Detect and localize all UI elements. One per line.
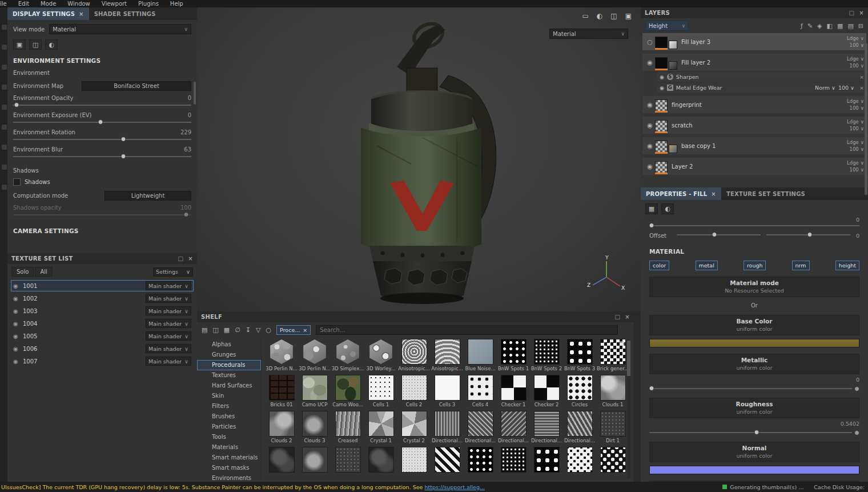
close-icon[interactable]: ×: [859, 85, 864, 91]
tab-properties-fill[interactable]: PROPERTIES - FILL ×: [641, 187, 721, 200]
tab-texture-set-settings[interactable]: TEXTURE SET SETTINGS: [721, 187, 810, 200]
fill-layer-icon[interactable]: ◧: [827, 22, 833, 30]
shelf-item[interactable]: 3D Worley...: [364, 339, 397, 375]
shelf-item[interactable]: [298, 447, 331, 480]
tool-icon[interactable]: [2, 125, 7, 130]
tool-icon[interactable]: [2, 185, 7, 190]
grid-view-icon[interactable]: ▦: [645, 203, 658, 214]
opacity-dropdown[interactable]: 100∨: [850, 126, 864, 131]
layers-scrollbar[interactable]: [865, 43, 867, 195]
close-icon[interactable]: ×: [79, 11, 84, 17]
shelf-item[interactable]: [331, 447, 364, 480]
opacity-dropdown[interactable]: 100∨: [838, 85, 854, 91]
texture-set-row[interactable]: ◉1006Main shader∨: [11, 343, 194, 354]
shelf-item[interactable]: BnW Spots 3: [563, 339, 596, 375]
viewport-3d[interactable]: ▭◐◫▣ Material ∨: [197, 7, 641, 311]
smart-material-icon[interactable]: ◈: [817, 22, 822, 30]
shelf-category-filters[interactable]: Filters: [197, 401, 261, 411]
blend-mode-dropdown[interactable]: Ldge∨: [847, 56, 864, 62]
normal-well[interactable]: Normal uniform color: [649, 442, 859, 462]
view-mode-dropdown[interactable]: Material ∨: [49, 24, 191, 34]
add-folder-icon[interactable]: ▤: [847, 22, 853, 30]
shelf-item[interactable]: Anisotropic...: [431, 339, 464, 375]
shelf-item[interactable]: [364, 447, 397, 480]
shelf-item[interactable]: Directional...: [464, 411, 497, 447]
shelf-item[interactable]: Directional...: [431, 411, 464, 447]
shelf-item[interactable]: Checker 2: [530, 375, 563, 411]
blend-mode-dropdown[interactable]: Ldge∨: [847, 119, 864, 125]
visibility-icon[interactable]: ◉: [13, 321, 23, 327]
slider-handle[interactable]: [121, 154, 126, 159]
display-mode-icon[interactable]: ◫: [29, 39, 42, 50]
shelf-item[interactable]: Clouds 1: [596, 375, 629, 411]
layer-row[interactable]: ◉scratchLdge∨100∨: [642, 117, 866, 134]
visibility-icon[interactable]: ◉: [13, 346, 23, 352]
shelf-item[interactable]: [530, 447, 563, 480]
float-panel-icon[interactable]: □: [849, 10, 855, 16]
close-icon[interactable]: ×: [188, 255, 193, 262]
shelf-item[interactable]: Blue Noise...: [464, 339, 497, 375]
metallic-well[interactable]: Metallic uniform color: [649, 354, 859, 374]
shelf-item[interactable]: [464, 447, 497, 480]
shelf-category-tools[interactable]: Tools: [197, 432, 261, 442]
blend-mode-dropdown[interactable]: Ldge∨: [847, 35, 864, 41]
shelf-item[interactable]: Crystal 2: [397, 411, 431, 447]
visibility-icon[interactable]: ◉: [645, 163, 655, 170]
shelf-item[interactable]: [497, 447, 530, 480]
menu-plugins[interactable]: Plugins: [137, 1, 160, 7]
shelf-scrollbar[interactable]: [627, 339, 630, 478]
visibility-icon[interactable]: ◉: [645, 142, 655, 150]
tool-icon[interactable]: [2, 105, 7, 110]
visibility-icon[interactable]: ◉: [13, 358, 23, 365]
shelf-category-smart-masks[interactable]: Smart masks: [197, 463, 261, 473]
opacity-dropdown[interactable]: 100∨: [850, 42, 864, 48]
shelf-item[interactable]: [596, 447, 629, 480]
visibility-icon[interactable]: ◉: [645, 59, 655, 66]
shelf-item[interactable]: [397, 447, 431, 480]
tab-shader-settings[interactable]: SHADER SETTINGS: [89, 7, 161, 20]
menu-edit[interactable]: Edit: [17, 1, 30, 7]
offset-slider-a[interactable]: [677, 232, 761, 238]
visibility-icon[interactable]: ◉: [645, 101, 655, 109]
offset-top-slider[interactable]: [649, 223, 859, 229]
opacity-dropdown[interactable]: 100∨: [850, 63, 864, 69]
channel-chip-nrm[interactable]: nrm: [792, 261, 810, 270]
opacity-dropdown[interactable]: 100∨: [850, 105, 864, 111]
environment-exposure-slider[interactable]: [13, 119, 191, 125]
slider-handle[interactable]: [649, 386, 654, 391]
close-icon[interactable]: ×: [625, 314, 630, 320]
metallic-slider[interactable]: [649, 386, 852, 391]
layer-row[interactable]: ◉Fill layer 2Ldge∨100∨: [642, 54, 866, 71]
layer-row[interactable]: ◉Layer 2Ldge∨100∨: [642, 158, 866, 175]
texture-set-row[interactable]: ◉1003Main shader∨: [11, 305, 194, 317]
computation-mode-field[interactable]: Lightweight: [105, 191, 191, 201]
material-mode-well[interactable]: Material mode No Resource Selected: [649, 277, 859, 297]
channel-chip-color[interactable]: color: [649, 261, 669, 270]
blend-mode-dropdown[interactable]: Ldge∨: [847, 160, 864, 166]
visibility-icon[interactable]: ◉: [660, 85, 664, 91]
solo-button[interactable]: Solo: [11, 267, 34, 277]
background-image-icon[interactable]: ▣: [13, 39, 26, 50]
shader-dropdown[interactable]: Main shader∨: [146, 319, 191, 328]
opacity-dropdown[interactable]: 100∨: [850, 146, 864, 152]
shelf-category-hard-surfaces[interactable]: Hard Surfaces: [197, 381, 261, 391]
shelf-item[interactable]: [431, 447, 464, 480]
normal-swatch[interactable]: [649, 466, 859, 474]
shelf-item[interactable]: Cells 1: [364, 375, 397, 411]
shelf-item[interactable]: 3D Perlin N...: [265, 339, 298, 375]
environment-opacity-slider[interactable]: [13, 102, 191, 108]
roughness-well[interactable]: Roughness uniform color: [649, 398, 859, 418]
axis-gizmo[interactable]: Y Z X: [585, 254, 626, 292]
blend-mode-dropdown[interactable]: Ldge∨: [847, 98, 864, 104]
shelf-item[interactable]: Bricks 01: [265, 375, 298, 411]
layer-row[interactable]: ◉base copy 1Ldge∨100∨: [642, 137, 866, 154]
shelf-item[interactable]: 3D Perlin N...: [298, 339, 331, 375]
texture-set-row[interactable]: ◉1002Main shader∨: [11, 293, 194, 304]
shader-dropdown[interactable]: Main shader∨: [146, 331, 191, 341]
visibility-icon[interactable]: ◉: [13, 308, 23, 314]
shelf-item[interactable]: Camo Woo...: [331, 375, 364, 411]
shelf-item[interactable]: Creased: [331, 411, 364, 447]
fx-icon[interactable]: ƒ: [801, 22, 803, 30]
blend-mode-dropdown[interactable]: Norm∨: [815, 85, 835, 91]
float-panel-icon[interactable]: □: [178, 255, 184, 262]
